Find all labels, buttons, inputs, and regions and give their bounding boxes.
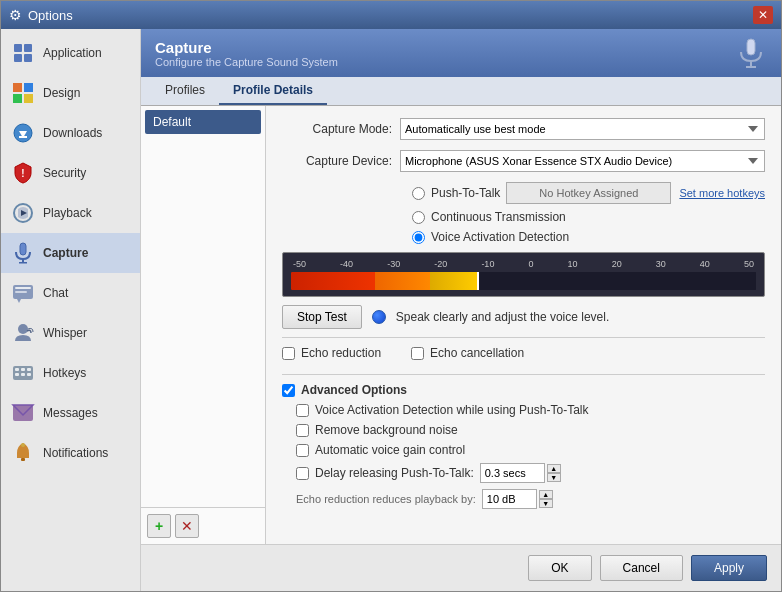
chat-label: Chat	[43, 286, 68, 300]
capture-header: Capture Configure the Capture Sound Syst…	[141, 29, 781, 77]
capture-icon	[11, 241, 35, 265]
remove-background-row: Remove background noise	[296, 423, 765, 437]
meter-orange	[375, 272, 431, 290]
svg-rect-26	[21, 373, 25, 376]
tabs: Profiles Profile Details	[141, 77, 781, 106]
svg-rect-34	[746, 66, 756, 68]
playback-icon	[11, 201, 35, 225]
sidebar-item-messages[interactable]: Messages	[1, 393, 140, 433]
delay-releasing-checkbox[interactable]	[296, 467, 309, 480]
capture-mode-select[interactable]: Automatically use best mode	[400, 118, 765, 140]
svg-rect-30	[21, 458, 25, 461]
echo-row: Echo reduction Echo cancellation	[282, 346, 765, 366]
application-label: Application	[43, 46, 102, 60]
echo-cancellation-checkbox[interactable]	[411, 347, 424, 360]
sidebar-item-design[interactable]: Design	[1, 73, 140, 113]
messages-label: Messages	[43, 406, 98, 420]
profiles-panel: Default + ✕	[141, 106, 266, 544]
svg-rect-24	[27, 368, 31, 371]
push-to-talk-radio[interactable]	[412, 187, 425, 200]
delay-up-button[interactable]: ▲	[547, 464, 561, 473]
delay-down-button[interactable]: ▼	[547, 473, 561, 482]
svg-rect-18	[15, 291, 27, 293]
voice-activation-ptt-checkbox[interactable]	[296, 404, 309, 417]
whisper-icon	[11, 321, 35, 345]
svg-rect-15	[19, 262, 27, 264]
echo-db-up-button[interactable]: ▲	[539, 490, 553, 499]
svg-rect-1	[24, 44, 32, 52]
tab-profile-details[interactable]: Profile Details	[219, 77, 327, 105]
svg-rect-23	[21, 368, 25, 371]
svg-rect-5	[24, 83, 33, 92]
voice-activation-ptt-row: Voice Activation Detection while using P…	[296, 403, 765, 417]
chat-icon	[11, 281, 35, 305]
ok-button[interactable]: OK	[528, 555, 591, 581]
meter-red	[291, 272, 375, 290]
sidebar-item-security[interactable]: ! Security	[1, 153, 140, 193]
svg-rect-0	[14, 44, 22, 52]
add-profile-button[interactable]: +	[147, 514, 171, 538]
echo-cancellation-row: Echo cancellation	[411, 346, 524, 360]
advanced-options-section: Advanced Options	[282, 383, 765, 397]
set-more-hotkeys-link[interactable]: Set more hotkeys	[679, 187, 765, 199]
delay-input[interactable]	[480, 463, 545, 483]
titlebar: ⚙ Options ✕	[1, 1, 781, 29]
echo-reduction-checkbox[interactable]	[282, 347, 295, 360]
sidebar-item-playback[interactable]: Playback	[1, 193, 140, 233]
auto-voice-gain-row: Automatic voice gain control	[296, 443, 765, 457]
sidebar-item-chat[interactable]: Chat	[1, 273, 140, 313]
svg-marker-19	[17, 299, 21, 303]
tab-profiles[interactable]: Profiles	[151, 77, 219, 105]
echo-db-down-button[interactable]: ▼	[539, 499, 553, 508]
right-panel: Capture Configure the Capture Sound Syst…	[141, 29, 781, 591]
stop-test-button[interactable]: Stop Test	[282, 305, 362, 329]
capture-device-select[interactable]: Microphone (ASUS Xonar Essence STX Audio…	[400, 150, 765, 172]
sidebar-item-hotkeys[interactable]: Hotkeys	[1, 353, 140, 393]
apply-button[interactable]: Apply	[691, 555, 767, 581]
svg-point-20	[18, 324, 28, 334]
sidebar-item-notifications[interactable]: Notifications	[1, 433, 140, 473]
capture-title: Capture	[155, 39, 338, 56]
remove-background-checkbox[interactable]	[296, 424, 309, 437]
sidebar-item-capture[interactable]: Capture	[1, 233, 140, 273]
voice-meter-container: -50-40-30-20-1001020304050	[282, 252, 765, 297]
echo-reduction-label: Echo reduction	[301, 346, 381, 360]
panel-body: Default + ✕ Capture Mode: Automatically …	[141, 106, 781, 544]
voice-activation-radio[interactable]	[412, 231, 425, 244]
advanced-options-checkbox[interactable]	[282, 384, 295, 397]
divider-1	[282, 337, 765, 338]
delay-spinner: ▲ ▼	[480, 463, 561, 483]
svg-text:!: !	[21, 168, 24, 179]
svg-rect-3	[24, 54, 32, 62]
microphone-header-icon	[735, 37, 767, 69]
echo-db-input[interactable]	[482, 489, 537, 509]
profile-item-default[interactable]: Default	[145, 110, 261, 134]
svg-rect-13	[20, 243, 26, 255]
remove-profile-button[interactable]: ✕	[175, 514, 199, 538]
sidebar-item-downloads[interactable]: Downloads	[1, 113, 140, 153]
capture-device-label: Capture Device:	[282, 154, 392, 168]
whisper-label: Whisper	[43, 326, 87, 340]
design-label: Design	[43, 86, 80, 100]
meter-scale: -50-40-30-20-1001020304050	[291, 259, 756, 269]
meter-empty	[477, 272, 756, 290]
downloads-label: Downloads	[43, 126, 102, 140]
continuous-radio[interactable]	[412, 211, 425, 224]
sidebar-item-application[interactable]: Application	[1, 33, 140, 73]
svg-rect-14	[22, 259, 24, 262]
status-indicator	[372, 310, 386, 324]
messages-icon	[11, 401, 35, 425]
options-window: ⚙ Options ✕ Application Design	[0, 0, 782, 592]
close-button[interactable]: ✕	[753, 6, 773, 24]
push-to-talk-label: Push-To-Talk	[431, 186, 500, 200]
auto-voice-gain-checkbox[interactable]	[296, 444, 309, 457]
hotkeys-icon	[11, 361, 35, 385]
voice-meter-bar[interactable]	[291, 272, 756, 290]
sidebar-item-whisper[interactable]: Whisper	[1, 313, 140, 353]
svg-rect-32	[747, 39, 755, 55]
capture-mode-label: Capture Mode:	[282, 122, 392, 136]
speak-clearly-text: Speak clearly and adjust the voice level…	[396, 310, 609, 324]
svg-rect-22	[15, 368, 19, 371]
capture-mode-row: Capture Mode: Automatically use best mod…	[282, 118, 765, 140]
cancel-button[interactable]: Cancel	[600, 555, 683, 581]
